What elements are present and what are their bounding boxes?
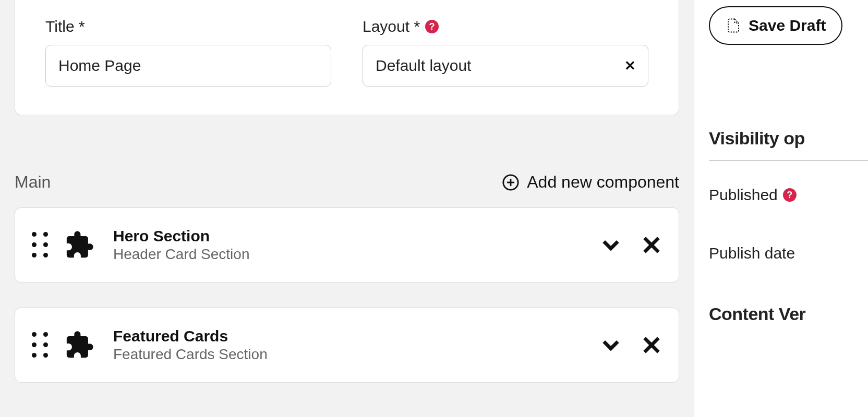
component-title: Hero Section: [113, 227, 600, 245]
save-draft-button[interactable]: Save Draft: [709, 6, 842, 45]
add-component-label: Add new component: [527, 173, 679, 192]
draft-file-icon: [726, 18, 741, 33]
publish-date-text: Publish date: [709, 244, 795, 262]
chevron-down-icon[interactable]: [600, 235, 621, 255]
title-input[interactable]: [45, 45, 331, 87]
close-icon[interactable]: [641, 335, 662, 355]
component-row: Featured Cards Featured Cards Section: [15, 308, 679, 383]
main-section-header: Main Add new component: [15, 173, 679, 192]
published-label: Published ?: [709, 186, 868, 204]
component-subtitle: Featured Cards Section: [113, 346, 600, 363]
add-component-button[interactable]: Add new component: [502, 173, 679, 192]
component-list: Hero Section Header Card Section: [15, 207, 679, 383]
title-field: Title *: [45, 18, 331, 87]
save-draft-label: Save Draft: [749, 17, 826, 34]
close-icon[interactable]: [641, 235, 662, 255]
page-settings-card: Title * Layout * ? ✕: [15, 0, 679, 115]
published-text: Published: [709, 186, 778, 204]
plus-circle-icon: [502, 174, 520, 191]
layout-select[interactable]: ✕: [363, 45, 648, 87]
component-title: Featured Cards: [113, 327, 600, 345]
layout-label-text: Layout *: [363, 18, 420, 35]
publish-date-label: Publish date: [709, 244, 868, 262]
layout-value[interactable]: [363, 45, 648, 87]
sidebar: Save Draft Visibility op Published ? Pub…: [694, 0, 868, 417]
main-column: Title * Layout * ? ✕ Main: [0, 0, 694, 417]
visibility-heading: Visibility op: [709, 128, 868, 161]
puzzle-icon: [64, 230, 94, 260]
title-label-text: Title *: [45, 18, 85, 35]
help-icon[interactable]: ?: [425, 20, 439, 33]
section-title: Main: [15, 173, 51, 192]
component-subtitle: Header Card Section: [113, 246, 600, 263]
puzzle-icon: [64, 330, 94, 360]
drag-handle-icon[interactable]: [32, 232, 49, 258]
title-label: Title *: [45, 18, 331, 35]
chevron-down-icon[interactable]: [600, 335, 621, 355]
layout-label: Layout * ?: [363, 18, 648, 35]
component-row: Hero Section Header Card Section: [15, 207, 679, 283]
layout-field: Layout * ? ✕: [363, 18, 648, 87]
drag-handle-icon[interactable]: [32, 332, 49, 358]
content-version-heading: Content Ver: [709, 304, 868, 336]
help-icon[interactable]: ?: [783, 188, 797, 202]
clear-layout-icon[interactable]: ✕: [624, 58, 636, 74]
